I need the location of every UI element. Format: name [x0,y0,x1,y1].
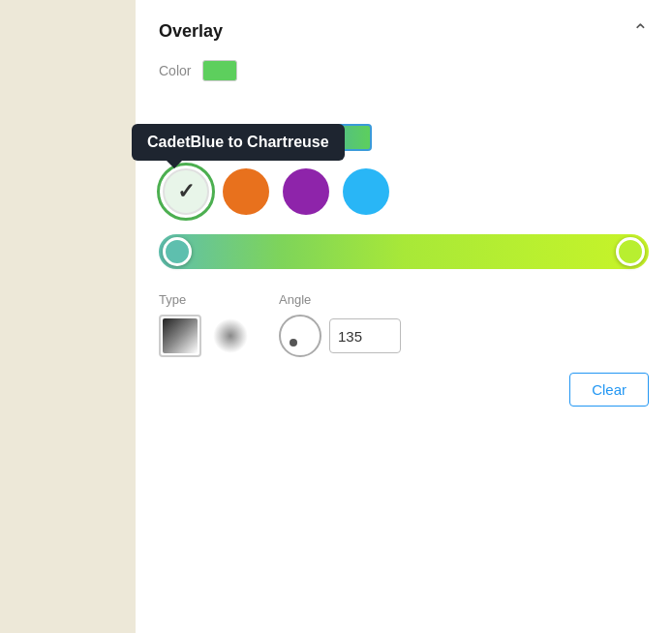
angle-section: Angle [279,292,401,357]
color-circle-orange[interactable] [223,168,269,215]
tooltip-text: CadetBlue to Chartreuse [147,134,329,150]
slider-thumb-left[interactable] [163,237,192,266]
main-panel: Overlay ⌃ Color CadetBlue to Chartreuse … [136,0,672,633]
tooltip-input-container: CadetBlue to Chartreuse [159,124,649,151]
chevron-up-icon[interactable]: ⌃ [632,19,649,43]
color-label: Color [159,63,191,78]
type-linear-button[interactable] [159,315,201,357]
type-section: Type [159,292,248,357]
angle-label: Angle [279,292,401,307]
clear-btn-row: Clear [159,373,649,407]
angle-input[interactable] [329,318,401,353]
color-row: Color [159,60,649,81]
color-circle-purple[interactable] [283,168,329,215]
linear-gradient-thumb [163,318,198,353]
color-swatch[interactable] [202,60,237,81]
color-circle-green[interactable]: ✓ [163,168,209,215]
checkmark-icon: ✓ [177,179,195,204]
circles-row: ✓ [163,168,649,215]
type-angle-row: Type Angle [159,292,649,357]
type-radial-button[interactable] [213,318,248,353]
tooltip-bubble: CadetBlue to Chartreuse [132,124,345,161]
type-label: Type [159,292,248,307]
type-options [159,315,248,357]
angle-dial[interactable] [279,315,321,357]
slider-thumb-right[interactable] [616,237,645,266]
gradient-track[interactable] [159,234,649,269]
left-panel [0,0,136,633]
dial-dot [290,339,297,347]
angle-controls [279,315,401,357]
clear-button[interactable]: Clear [569,373,649,407]
color-circle-blue[interactable] [343,168,389,215]
gradient-slider-container [159,234,649,269]
section-title: Overlay [159,21,223,42]
section-header: Overlay ⌃ [159,19,649,43]
